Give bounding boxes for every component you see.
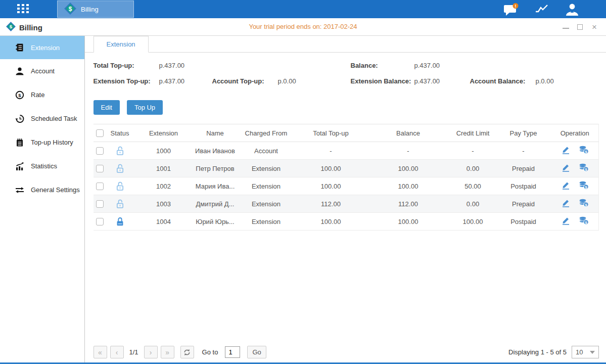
cell-credit-limit: - <box>450 142 496 160</box>
cell-charged-from: Extension <box>237 160 296 177</box>
total-topup-value: p.437.00 <box>159 62 185 69</box>
tab-extension[interactable]: Extension <box>94 36 149 53</box>
messages-icon[interactable]: ! <box>503 3 520 18</box>
account-topup-label: Account Top-up: <box>212 77 264 85</box>
unlocked-status-icon[interactable] <box>116 181 124 189</box>
topup-history-notebook-icon <box>15 138 24 147</box>
cell-total-topup: 100.00 <box>296 160 366 177</box>
edit-row-icon[interactable] <box>561 146 571 156</box>
top-up-row-icon[interactable]: $ <box>579 199 589 209</box>
edit-button[interactable]: Edit <box>94 100 120 115</box>
sidebar-item-extension[interactable]: Extension <box>0 36 84 59</box>
top-up-row-icon[interactable]: $ <box>579 216 589 226</box>
total-topup-label: Total Top-up: <box>94 62 134 69</box>
cell-extension: 1003 <box>134 195 194 213</box>
first-page-button[interactable]: « <box>94 346 107 358</box>
cell-name: Юрий Юрь... <box>194 213 237 231</box>
go-button[interactable]: Go <box>247 346 266 358</box>
reports-chart-icon[interactable] <box>534 3 549 17</box>
extension-topup-value: p.437.00 <box>159 77 185 85</box>
notification-badge: ! <box>515 4 517 9</box>
edit-row-icon[interactable] <box>561 163 571 173</box>
display-info-group: Displaying 1 - 5 of 5 10 <box>508 346 599 358</box>
top-up-row-icon[interactable]: $ <box>579 181 589 191</box>
cell-extension: 1002 <box>134 177 194 195</box>
sidebar-item-topup-history[interactable]: Top-up History <box>0 130 84 154</box>
row-checkbox[interactable] <box>96 147 104 155</box>
row-checkbox[interactable] <box>96 165 104 172</box>
table-row: 1004 Юрий Юрь... Extension 100.00 100.00… <box>94 213 599 231</box>
edit-row-icon[interactable] <box>561 181 571 191</box>
row-checkbox[interactable] <box>96 200 104 208</box>
col-credit-limit: Credit Limit <box>450 124 496 142</box>
cell-credit-limit: 100.00 <box>450 213 496 231</box>
locked-status-icon[interactable] <box>116 217 124 224</box>
last-page-button[interactable]: » <box>161 346 174 358</box>
unlocked-status-icon[interactable] <box>116 146 124 154</box>
maximize-icon[interactable] <box>577 24 583 30</box>
cell-total-topup: 100.00 <box>296 213 366 231</box>
topbar-tab-label: Billing <box>81 6 99 13</box>
sidebar-item-label: Scheduled Task <box>31 115 77 122</box>
cell-credit-limit: 0.00 <box>450 160 496 177</box>
cell-charged-from: Extension <box>237 195 296 213</box>
sidebar: Extension Account $ Rate <box>0 36 85 362</box>
tab-strip: Extension <box>85 36 606 53</box>
row-checkbox[interactable] <box>96 218 104 225</box>
prev-page-button[interactable]: ‹ <box>110 346 124 358</box>
minimize-icon[interactable] <box>563 25 569 29</box>
unlocked-status-icon[interactable] <box>116 164 124 171</box>
sidebar-item-scheduled-task[interactable]: Scheduled Task <box>0 107 84 130</box>
account-person-icon <box>15 67 24 76</box>
pagination: « ‹ 1/1 › » Go to Go <box>94 346 266 358</box>
app-launcher-icon[interactable] <box>17 4 30 14</box>
cell-pay-type: Postpaid <box>496 213 551 231</box>
sidebar-item-rate[interactable]: $ Rate <box>0 83 84 107</box>
unlocked-status-icon[interactable] <box>116 199 124 207</box>
sidebar-item-general-settings[interactable]: General Settings <box>0 178 84 202</box>
extension-balance-value: p.437.00 <box>414 77 440 85</box>
top-app-bar: $ Billing ! <box>0 0 606 18</box>
page-size-select[interactable]: 10 <box>572 346 599 358</box>
col-charged-from: Charged From <box>237 124 296 142</box>
account-balance-label: Account Balance: <box>470 77 526 85</box>
edit-row-icon[interactable] <box>561 216 571 226</box>
topbar-tab-billing[interactable]: $ Billing <box>57 1 134 18</box>
cell-balance: 100.00 <box>366 177 450 195</box>
row-checkbox[interactable] <box>96 183 104 190</box>
account-topup-value: p.0.00 <box>278 77 296 85</box>
col-status: Status <box>106 124 134 142</box>
cell-pay-type: Prepaid <box>496 195 551 213</box>
top-up-row-icon[interactable]: $ <box>579 146 589 156</box>
edit-row-icon[interactable] <box>561 199 571 209</box>
sidebar-item-statistics[interactable]: Statistics <box>0 154 84 178</box>
page-indicator: 1/1 <box>129 348 138 356</box>
close-icon[interactable]: × <box>591 23 598 30</box>
select-all-checkbox[interactable] <box>96 129 104 137</box>
window-titlebar: Your trial period ends on: 2017-02-24 $ … <box>0 18 606 36</box>
cell-balance: 112.00 <box>366 195 450 213</box>
user-account-icon[interactable] <box>565 3 579 18</box>
balance-value: p.437.00 <box>414 62 440 69</box>
cell-extension: 1000 <box>134 142 194 160</box>
sidebar-item-label: Top-up History <box>31 139 73 146</box>
top-up-button[interactable]: Top Up <box>127 100 163 115</box>
cell-extension: 1004 <box>134 213 194 231</box>
goto-page-input[interactable] <box>225 346 240 358</box>
cell-total-topup: 112.00 <box>296 195 366 213</box>
col-total-topup: Total Top-up <box>296 124 366 142</box>
displaying-text: Displaying 1 - 5 of 5 <box>508 348 567 356</box>
sidebar-item-account[interactable]: Account <box>0 59 84 83</box>
extension-ledger-icon <box>15 43 24 52</box>
window-title-text: Billing <box>19 23 42 32</box>
trial-notice: Your trial period ends on: 2017-02-24 <box>0 23 606 30</box>
table-header-row: Status Extension Name Charged From Total… <box>94 124 599 142</box>
table-row: 1001 Петр Петров Extension 100.00 100.00… <box>94 160 599 177</box>
col-extension: Extension <box>134 124 194 142</box>
refresh-button[interactable] <box>180 346 194 358</box>
action-buttons: Edit Top Up <box>94 100 599 115</box>
cell-name: Петр Петров <box>194 160 237 177</box>
next-page-button[interactable]: › <box>144 346 158 358</box>
top-up-row-icon[interactable]: $ <box>579 163 589 173</box>
table-row: 1003 Дмитрий Д... Extension 112.00 112.0… <box>94 195 599 213</box>
